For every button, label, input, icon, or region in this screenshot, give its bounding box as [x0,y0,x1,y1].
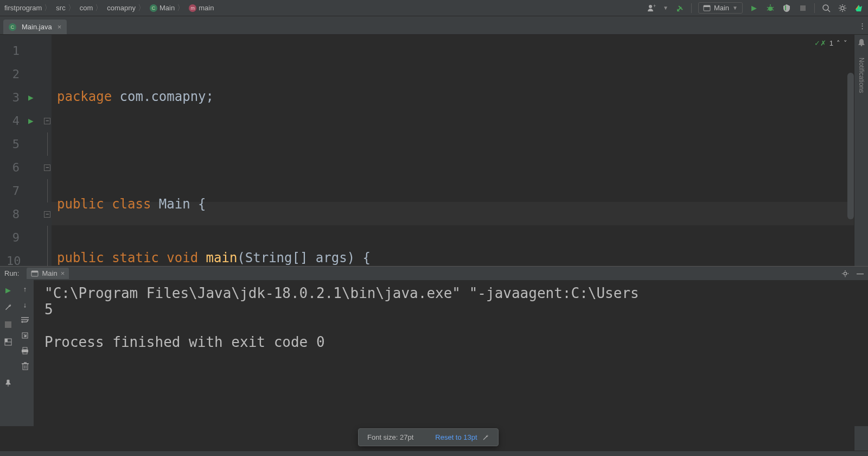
more-icon[interactable]: ⋮ [859,22,866,30]
breadcrumb[interactable]: firstprogram〉 src〉 com〉 comapny〉 CMain〉 … [0,3,215,13]
top-toolbar: firstprogram〉 src〉 com〉 comapny〉 CMain〉 … [0,0,868,16]
editor[interactable]: 1 2 3▶ 4▶− 5 6− 7 8− 9 10 package com.co… [0,35,868,266]
inspection-count: 1 [829,39,833,47]
svg-line-21 [845,5,846,7]
line-number: 1 [7,44,20,58]
notifications-icon[interactable] [857,38,866,47]
svg-rect-30 [5,321,11,328]
toolbar-right: + ▼ Main ▼ ▶ [647,2,868,14]
chevron-up-icon[interactable]: ˄ [837,39,840,47]
line-number: 4 [7,114,20,128]
class-icon: C [9,23,16,31]
notifications-label[interactable]: Notifications [858,58,865,93]
chevron-down-icon[interactable]: ˅ [844,39,847,47]
layout-icon[interactable] [3,337,13,347]
svg-rect-24 [31,271,38,273]
crumb-src[interactable]: src〉 [55,3,78,13]
coverage-icon[interactable] [782,3,792,13]
fold-icon[interactable]: − [44,164,50,171]
svg-line-18 [840,5,841,7]
tab-label: Main.java [22,23,52,31]
run-icon[interactable]: ▶ [749,3,759,13]
stop-icon[interactable] [798,3,808,13]
inspection-badge[interactable]: ✓✗ 1 ˄ ˅ [814,39,847,47]
reset-font-button[interactable]: Reset to 13pt [435,433,489,441]
add-user-icon[interactable]: + [647,3,656,13]
soft-wrap-icon[interactable] [21,316,29,324]
scrollbar[interactable] [847,73,854,219]
run-panel: ▶ ↑ ↓ "C:\Program Files\Java\jdk-18.0.2.… [0,266,868,426]
crumb-method[interactable]: mmain [188,4,215,12]
svg-point-4 [768,7,773,11]
svg-line-9 [772,9,774,10]
svg-rect-10 [800,5,806,11]
svg-line-20 [840,10,841,11]
crumb-project[interactable]: firstprogram〉 [3,3,55,13]
method-icon: m [189,4,196,12]
svg-line-8 [767,9,769,10]
svg-text:+: + [653,3,656,9]
commit-icon[interactable] [675,3,685,13]
hide-icon[interactable]: — [857,269,864,277]
crumb-com[interactable]: com〉 [79,3,106,13]
search-icon[interactable] [821,3,831,13]
run-config-label: Main [714,4,729,12]
fold-icon[interactable]: − [44,211,50,218]
code-area[interactable]: package com.comapny; public class Main {… [52,35,868,266]
chevron-down-icon: ▼ [732,5,738,11]
check-highlight-icon: ✓✗ [814,39,826,47]
run-tab-main[interactable]: Main × [27,268,69,279]
console-output[interactable]: "C:\Program Files\Java\jdk-18.0.2.1\bin\… [34,267,868,426]
svg-point-22 [860,45,862,47]
trash-icon[interactable] [22,362,29,370]
line-number: 5 [7,137,20,151]
console-line: 5 [44,301,53,318]
down-icon[interactable]: ↓ [23,301,27,309]
svg-line-6 [767,7,769,8]
svg-point-25 [844,272,846,275]
font-size-label: Font size: 27pt [367,433,413,441]
svg-point-0 [649,5,652,8]
run-tab-label: Main [42,269,57,277]
svg-line-12 [828,10,830,12]
close-icon[interactable]: × [61,269,65,277]
debug-icon[interactable] [765,3,775,13]
status-bar [0,451,868,456]
editor-tabbar: C Main.java × [0,16,868,35]
up-icon[interactable]: ↑ [23,285,27,293]
svg-point-11 [823,5,828,10]
tab-main-java[interactable]: C Main.java × [3,20,67,34]
gutter[interactable]: 1 2 3▶ 4▶− 5 6− 7 8− 9 10 [0,35,52,266]
class-icon: C [150,4,157,12]
run-primary-tools: ▶ [0,267,16,426]
rerun-icon[interactable]: ▶ [3,285,13,295]
run-gutter-icon[interactable]: ▶ [28,116,34,126]
scroll-to-end-icon[interactable] [21,332,29,339]
console-line: "C:\Program Files\Java\jdk-18.0.2.1\bin\… [44,285,639,301]
svg-rect-37 [23,347,27,350]
run-config-selector[interactable]: Main ▼ [698,2,743,14]
stop-icon[interactable] [3,320,13,330]
svg-rect-40 [23,364,28,370]
run-gutter-icon[interactable]: ▶ [28,92,34,103]
crumb-class[interactable]: CMain〉 [149,3,188,13]
run-title: Run: [4,269,19,277]
svg-line-19 [845,10,846,11]
jetbrains-icon[interactable] [854,3,864,13]
crumb-package[interactable]: comapny〉 [106,3,149,13]
fold-icon[interactable]: − [44,118,50,124]
application-icon [703,4,711,12]
print-icon[interactable] [21,347,29,354]
console-line: Process finished with exit code 0 [44,334,325,350]
font-size-popup: Font size: 27pt Reset to 13pt [358,428,499,446]
application-icon [31,270,39,277]
svg-point-13 [841,7,844,10]
settings-icon[interactable] [841,270,849,277]
settings-icon[interactable] [838,3,847,13]
wrench-icon[interactable] [3,302,13,312]
line-number: 3 [7,91,20,104]
line-number: 2 [7,67,20,81]
svg-rect-33 [5,339,8,342]
pin-icon[interactable] [3,378,13,388]
close-icon[interactable]: × [58,23,62,31]
